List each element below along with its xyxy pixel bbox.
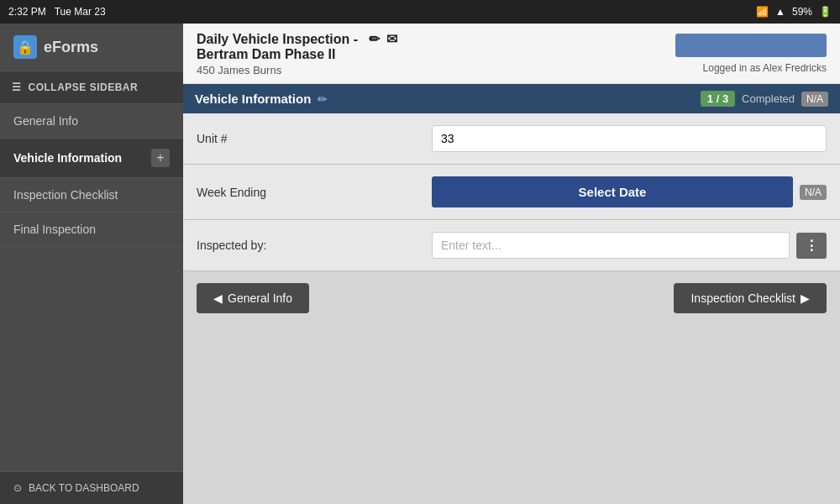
back-to-dashboard-button[interactable]: ⊙ BACK TO DASHBOARD [0, 471, 183, 504]
unit-number-row: Unit # [183, 113, 840, 165]
sidebar-item-label: Final Inspection [13, 223, 96, 236]
week-ending-row: Week Ending Select Date N/A [183, 165, 840, 220]
inspected-by-input[interactable] [432, 232, 790, 259]
edit-icon[interactable]: ✏ [369, 32, 380, 46]
section-title: Vehicle Information [195, 92, 311, 106]
status-date: Tue Mar 23 [55, 6, 106, 18]
dashboard-icon: ⊙ [13, 482, 22, 494]
na-badge: N/A [801, 92, 828, 107]
sidebar-item-final-inspection[interactable]: Final Inspection [0, 213, 183, 247]
section-edit-icon[interactable]: ✏ [318, 92, 328, 106]
week-ending-na: N/A [800, 185, 827, 200]
unit-number-label: Unit # [197, 132, 432, 145]
collapse-sidebar-button[interactable]: ☰ COLLAPSE SIDEBAR [0, 71, 183, 104]
status-time: 2:32 PM [8, 6, 46, 18]
header: Daily Vehicle Inspection - ✏ ✉ Bertram D… [183, 24, 840, 84]
inspected-by-menu-button[interactable]: ⋮ [796, 233, 827, 259]
sidebar-nav: General Info Vehicle Information + Inspe… [0, 104, 183, 471]
sidebar-item-inspection-checklist[interactable]: Inspection Checklist [0, 178, 183, 213]
sidebar: 🔒 eForms ☰ COLLAPSE SIDEBAR General Info… [0, 24, 183, 504]
back-arrow: ◀ [213, 291, 223, 305]
unit-number-input[interactable] [432, 125, 827, 152]
title-text: Daily Vehicle Inspection - [197, 32, 358, 46]
completed-label: Completed [742, 92, 795, 105]
sidebar-item-label: General Info [13, 114, 78, 128]
logo-text: eForms [44, 39, 98, 56]
select-date-button[interactable]: Select Date [432, 176, 793, 207]
main-content: Daily Vehicle Inspection - ✏ ✉ Bertram D… [183, 24, 840, 504]
footer-label: BACK TO DASHBOARD [29, 482, 139, 494]
next-button[interactable]: Inspection Checklist ▶ [674, 283, 827, 313]
next-label: Inspection Checklist [690, 291, 795, 305]
week-ending-label: Week Ending [197, 186, 432, 199]
back-label: General Info [228, 291, 292, 305]
inspected-by-label: Inspected by: [197, 239, 432, 252]
form-area: Unit # Week Ending Select Date N/A Inspe… [183, 113, 840, 504]
battery-icon: 🔋 [819, 6, 832, 18]
sidebar-item-general-info[interactable]: General Info [0, 104, 183, 139]
vehicle-info-plus-button[interactable]: + [151, 149, 170, 167]
logo-icon: 🔒 [13, 35, 37, 59]
content-area: Vehicle Information ✏ 1 / 3 Completed N/… [183, 84, 840, 504]
hamburger-icon: ☰ [12, 81, 22, 93]
back-button[interactable]: ◀ General Info [197, 283, 309, 313]
inspected-by-row: Inspected by: ⋮ [183, 220, 840, 271]
page-title-line2: Bertram Dam Phase II [197, 47, 397, 62]
status-bar: 2:32 PM Tue Mar 23 📶 ▲ 59% 🔋 [0, 0, 840, 24]
sidebar-logo: 🔒 eForms [0, 24, 183, 71]
header-right: Logged in as Alex Fredricks [675, 34, 827, 74]
logged-in-label: Logged in as Alex Fredricks [703, 62, 827, 74]
battery-level: 59% [792, 6, 812, 18]
collapse-label: COLLAPSE SIDEBAR [29, 81, 139, 93]
navigation-buttons: ◀ General Info Inspection Checklist ▶ [183, 271, 840, 325]
section-header: Vehicle Information ✏ 1 / 3 Completed N/… [183, 84, 840, 113]
signal-icon: ▲ [775, 6, 785, 18]
page-title-line1: Daily Vehicle Inspection - ✏ ✉ [197, 31, 397, 47]
next-arrow: ▶ [801, 291, 810, 305]
wifi-icon: 📶 [756, 6, 769, 18]
progress-badge: 1 / 3 [701, 91, 735, 107]
sidebar-item-label: Vehicle Information [13, 151, 122, 165]
sidebar-item-label: Inspection Checklist [13, 188, 118, 202]
page-subtitle: 450 James Burns [197, 64, 397, 76]
email-icon[interactable]: ✉ [386, 32, 397, 46]
search-bar[interactable] [675, 34, 827, 57]
sidebar-item-vehicle-information[interactable]: Vehicle Information + [0, 139, 183, 178]
